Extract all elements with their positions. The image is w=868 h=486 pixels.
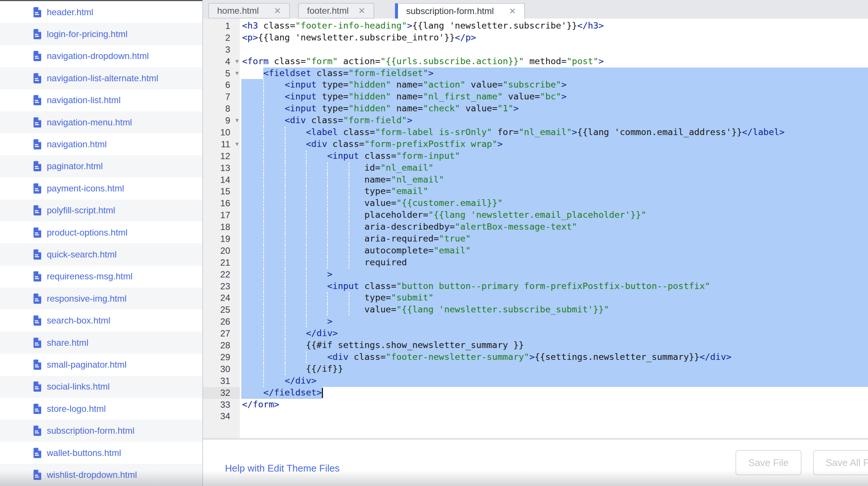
save-all-files-button[interactable]: Save All Files — [813, 450, 868, 475]
gutter-row: 18 — [203, 221, 240, 233]
code-line[interactable]: {{#if settings.show_newsletter_summary }… — [240, 339, 868, 351]
code-text: name="nl_email" — [242, 174, 444, 185]
gutter-row: 20 — [203, 245, 240, 257]
code-line[interactable]: <input class="form-input" — [240, 150, 868, 162]
file-name: search-box.html — [47, 315, 110, 326]
file-list-item[interactable]: share.html — [0, 332, 202, 354]
line-number: 6 — [225, 79, 230, 91]
code-line[interactable]: type="submit" — [240, 292, 868, 304]
code-line[interactable]: <label class="form-label is-srOnly" for=… — [240, 127, 868, 138]
file-list-item[interactable]: wallet-buttons.html — [0, 442, 202, 464]
code-line[interactable]: autocomplete="email" — [240, 245, 868, 257]
line-number: 12 — [220, 150, 230, 162]
fold-toggle-icon[interactable]: ▾ — [235, 56, 239, 68]
file-list-item[interactable]: paginator.html — [0, 155, 202, 177]
code-line[interactable]: </div> — [240, 328, 868, 339]
code-line[interactable] — [240, 44, 868, 56]
file-list-item[interactable]: payment-icons.html — [0, 177, 202, 199]
code-line[interactable]: <input type="hidden" name="check" value=… — [240, 103, 868, 115]
code-line[interactable]: <fieldset class="form-fieldset"> — [240, 68, 868, 79]
code-line[interactable]: <input class="button button--primary for… — [240, 280, 868, 292]
fold-toggle-icon[interactable]: ▾ — [235, 68, 239, 79]
code-line[interactable]: value="{{lang 'newsletter.subscribe_subm… — [240, 304, 868, 316]
code-line[interactable]: <div class="form-prefixPostfix wrap"> — [240, 138, 868, 150]
code-line[interactable]: > — [240, 316, 868, 328]
code-line[interactable]: <p>{{lang 'newsletter.subscribe_intro'}}… — [240, 32, 868, 44]
file-list-item[interactable]: subscription-form.html — [0, 420, 202, 441]
code-line[interactable]: <div class="form-field"> — [240, 115, 868, 127]
fold-toggle-icon[interactable]: ▾ — [235, 115, 239, 127]
code-line[interactable]: <form class="form" action="{{urls.subscr… — [240, 56, 868, 68]
line-number: 31 — [220, 375, 230, 387]
code-line[interactable]: type="email" — [240, 185, 868, 197]
file-icon — [33, 315, 41, 326]
code-line[interactable]: </fieldset> — [240, 387, 868, 399]
code-line[interactable]: value="{{customer.email}}" — [240, 197, 868, 209]
code-line[interactable]: <input type="hidden" name="action" value… — [240, 79, 868, 91]
editor-footer: Help with Edit Theme Files Save File Sav… — [203, 440, 868, 486]
file-name: share.html — [47, 338, 88, 348]
file-list-item[interactable]: store-logo.html — [0, 398, 202, 420]
gutter-row: 23 — [203, 280, 240, 292]
tab-close-icon[interactable]: ✕ — [509, 6, 516, 16]
code-line[interactable]: id="nl_email" — [240, 162, 868, 174]
tab-footer.html[interactable]: footer.html✕ — [298, 3, 374, 19]
code-line[interactable]: name="nl_email" — [240, 174, 868, 186]
tab-close-icon[interactable]: ✕ — [274, 6, 281, 16]
code-line[interactable]: required — [240, 257, 868, 269]
file-list-item[interactable]: navigation-list-alternate.html — [0, 67, 202, 89]
gutter-row: 28 — [203, 339, 240, 351]
file-list-item[interactable]: small-paginator.html — [0, 354, 202, 375]
line-number: 32 — [220, 387, 230, 399]
tab-close-icon[interactable]: ✕ — [358, 6, 365, 16]
file-icon — [33, 161, 41, 171]
file-icon — [33, 381, 41, 392]
file-list-item[interactable]: login-for-pricing.html — [0, 23, 202, 45]
file-list-item[interactable]: requireness-msg.html — [0, 266, 202, 288]
file-list-item[interactable]: navigation-dropdown.html — [0, 45, 202, 67]
file-list-item[interactable]: navigation-menu.html — [0, 111, 202, 133]
file-icon — [33, 271, 41, 282]
file-list-item[interactable]: product-options.html — [0, 221, 202, 243]
file-list-item[interactable]: polyfill-script.html — [0, 200, 202, 221]
file-list-item[interactable]: quick-search.html — [0, 243, 202, 265]
code-area[interactable]: <h3 class="footer-info-heading">{{lang '… — [240, 19, 868, 438]
file-list-item[interactable]: responsive-img.html — [0, 288, 202, 309]
code-line[interactable]: {{/if}} — [240, 363, 868, 375]
code-line[interactable]: aria-describedby="alertBox-message-text" — [240, 221, 868, 233]
save-file-button[interactable]: Save File — [735, 450, 802, 475]
line-number: 28 — [220, 339, 230, 351]
file-list-item[interactable]: header.html — [0, 1, 202, 23]
code-editor[interactable]: 1234▾5▾6789▾1011▾12131415161718192021222… — [203, 19, 868, 440]
code-line[interactable]: </div> — [240, 375, 868, 387]
file-list-item[interactable]: wishlist-dropdown.html — [0, 464, 202, 486]
code-line[interactable]: placeholder="{{lang 'newsletter.email_pl… — [240, 209, 868, 221]
code-text: <input type="hidden" name="action" value… — [242, 79, 567, 90]
file-list-item[interactable]: search-box.html — [0, 309, 202, 331]
fold-toggle-icon[interactable]: ▾ — [235, 138, 239, 150]
code-line[interactable]: aria-required="true" — [240, 233, 868, 245]
code-line[interactable]: <h3 class="footer-info-heading">{{lang '… — [240, 20, 868, 32]
code-line[interactable]: <input type="hidden" name="nl_first_name… — [240, 91, 868, 103]
code-line[interactable] — [240, 410, 868, 422]
gutter-row: 2 — [203, 32, 240, 44]
tab-subscription-form.html[interactable]: subscription-form.html✕ — [395, 3, 525, 19]
code-line[interactable]: </form> — [240, 399, 868, 411]
file-list-item[interactable]: navigation.html — [0, 133, 202, 155]
tab-home.html[interactable]: home.html✕ — [208, 3, 290, 19]
editor-panel: home.html✕footer.html✕subscription-form.… — [202, 0, 868, 486]
file-list-item[interactable]: social-links.html — [0, 376, 202, 398]
gutter-row: 25 — [203, 304, 240, 316]
code-line[interactable]: > — [240, 269, 868, 280]
gutter-row: 34 — [203, 410, 240, 422]
file-icon — [33, 448, 41, 458]
selection-highlight — [241, 316, 868, 328]
help-link[interactable]: Help with Edit Theme Files — [225, 463, 340, 474]
line-number: 3 — [225, 44, 230, 56]
file-name: navigation-menu.html — [47, 117, 132, 128]
line-number: 26 — [220, 316, 230, 328]
file-list: header.htmllogin-for-pricing.htmlnavigat… — [0, 1, 202, 486]
code-line[interactable]: <div class="footer-newsletter-summary">{… — [240, 351, 868, 363]
line-number: 14 — [220, 174, 230, 186]
file-list-item[interactable]: navigation-list.html — [0, 89, 202, 111]
